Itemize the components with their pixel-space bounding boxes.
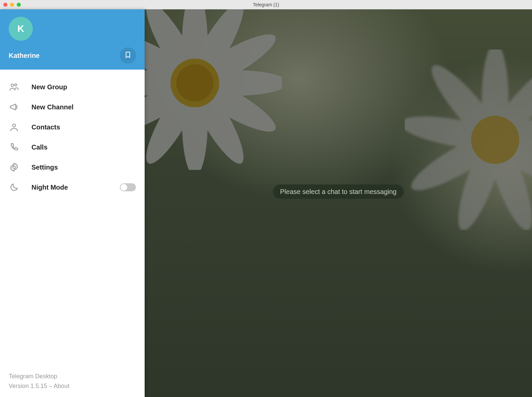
menu-list: New Group New Channel — [0, 70, 145, 366]
username-label: Katherine — [9, 52, 40, 60]
menu-item-contacts[interactable]: Contacts — [0, 117, 145, 137]
moon-icon — [9, 182, 19, 193]
svg-point-2 — [13, 124, 16, 127]
maximize-window-button[interactable] — [17, 3, 21, 7]
person-icon — [9, 122, 19, 132]
svg-point-3 — [13, 166, 15, 169]
night-mode-toggle[interactable] — [120, 183, 136, 191]
sidebar-footer: Telegram Desktop Version 1.5.15 – About — [0, 366, 145, 397]
megaphone-icon — [9, 102, 19, 112]
footer-version-line[interactable]: Version 1.5.15 – About — [9, 381, 136, 391]
menu-item-night-mode[interactable]: Night Mode — [0, 177, 145, 197]
titlebar: Telegram (1) — [0, 0, 532, 9]
app-body: K Katherine — [0, 9, 532, 397]
menu-label: Contacts — [31, 123, 136, 131]
gear-icon — [9, 162, 19, 173]
empty-chat-placeholder: Please select a chat to start messaging — [273, 184, 404, 199]
menu-item-settings[interactable]: Settings — [0, 157, 145, 177]
menu-item-new-group[interactable]: New Group — [0, 77, 145, 97]
chat-area-dim-overlay — [145, 9, 532, 397]
profile-header: K Katherine — [0, 9, 145, 70]
menu-item-calls[interactable]: Calls — [0, 137, 145, 157]
menu-label: Night Mode — [31, 184, 108, 191]
menu-label: New Channel — [31, 103, 136, 111]
avatar[interactable]: K — [9, 17, 33, 41]
bookmark-icon — [124, 51, 132, 60]
svg-point-1 — [15, 84, 17, 86]
minimize-window-button[interactable] — [10, 3, 14, 7]
chat-area: Please select a chat to start messaging — [145, 9, 532, 397]
saved-messages-button[interactable] — [120, 47, 136, 64]
close-window-button[interactable] — [3, 3, 7, 7]
menu-label: New Group — [31, 83, 136, 91]
menu-label: Calls — [31, 143, 136, 151]
avatar-initial: K — [17, 23, 24, 34]
svg-point-0 — [11, 84, 14, 87]
window-controls — [0, 3, 21, 7]
group-icon — [9, 82, 19, 92]
window-title: Telegram (1) — [0, 2, 532, 7]
menu-label: Settings — [31, 164, 136, 171]
sidebar-drawer: K Katherine — [0, 9, 145, 397]
phone-icon — [9, 142, 19, 153]
footer-app-name: Telegram Desktop — [9, 372, 136, 381]
menu-item-new-channel[interactable]: New Channel — [0, 97, 145, 117]
